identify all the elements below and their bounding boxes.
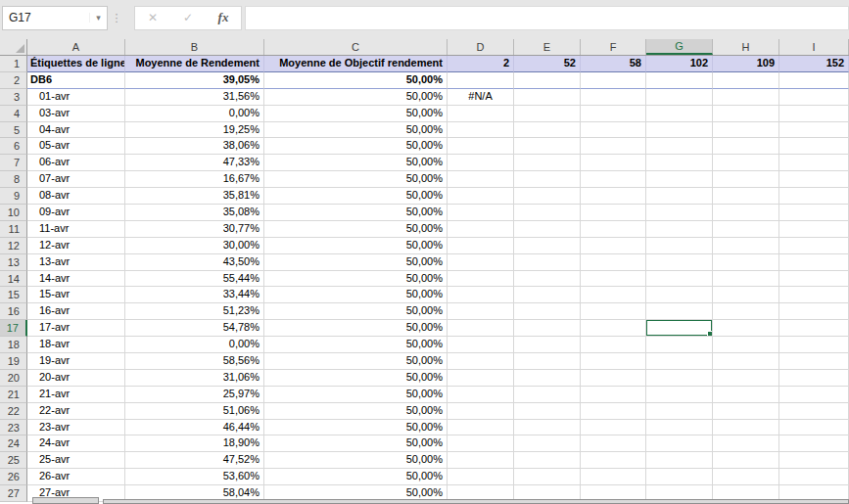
cell-E18[interactable] (514, 337, 581, 353)
cell-C7[interactable]: 50,00% (264, 155, 448, 171)
cell-C21[interactable]: 50,00% (264, 387, 448, 403)
cell-G11[interactable] (646, 221, 713, 238)
cell-E11[interactable] (514, 221, 581, 238)
cell-E21[interactable] (514, 387, 581, 403)
cell-B19[interactable]: 58,56% (125, 353, 264, 370)
name-box-dropdown-icon[interactable]: ▾ (89, 13, 107, 23)
cell-E26[interactable] (514, 469, 581, 485)
cell-A7[interactable]: 06-avr (27, 155, 125, 171)
row-header-14[interactable]: 14 (0, 271, 27, 288)
cell-G3[interactable] (646, 89, 713, 106)
cell-B18[interactable]: 0,00% (125, 337, 264, 353)
cell-A9[interactable]: 08-avr (27, 188, 125, 205)
cell-B1[interactable]: Moyenne de Rendement (125, 56, 264, 72)
cell-D26[interactable] (448, 469, 514, 485)
column-header-H[interactable]: H (713, 39, 779, 55)
row-header-3[interactable]: 3 (0, 89, 27, 106)
cell-B13[interactable]: 43,50% (125, 254, 264, 271)
cell-B17[interactable]: 54,78% (125, 320, 264, 337)
column-header-F[interactable]: F (581, 39, 646, 55)
row-header-24[interactable]: 24 (0, 435, 27, 452)
cell-G21[interactable] (646, 387, 713, 403)
cell-I24[interactable] (779, 435, 849, 452)
cell-D10[interactable] (448, 205, 514, 221)
cell-F1[interactable]: 58 (581, 56, 646, 72)
cell-A23[interactable]: 23-avr (27, 420, 125, 436)
cell-G17[interactable] (646, 320, 713, 337)
cell-F15[interactable] (581, 287, 646, 303)
cell-I11[interactable] (779, 221, 849, 238)
cell-H3[interactable] (713, 89, 779, 106)
row-header-7[interactable]: 7 (0, 155, 27, 171)
cell-E6[interactable] (514, 138, 581, 155)
row-header-26[interactable]: 26 (0, 469, 27, 485)
cell-A1[interactable]: Étiquettes de lignes (27, 56, 125, 72)
cell-I3[interactable] (779, 89, 849, 106)
cell-H6[interactable] (713, 138, 779, 155)
row-header-15[interactable]: 15 (0, 287, 27, 303)
row-header-23[interactable]: 23 (0, 420, 27, 436)
cell-A8[interactable]: 07-avr (27, 171, 125, 188)
cell-A15[interactable]: 15-avr (27, 287, 125, 303)
cell-D6[interactable] (448, 138, 514, 155)
cell-A24[interactable]: 24-avr (27, 435, 125, 452)
row-header-11[interactable]: 11 (0, 221, 27, 238)
cell-D17[interactable] (448, 320, 514, 337)
cell-D14[interactable] (448, 271, 514, 288)
cell-E2[interactable] (514, 72, 581, 89)
cell-I12[interactable] (779, 238, 849, 254)
cell-F6[interactable] (581, 138, 646, 155)
cell-B26[interactable]: 53,60% (125, 469, 264, 485)
row-header-25[interactable]: 25 (0, 452, 27, 469)
cell-B16[interactable]: 51,23% (125, 303, 264, 320)
cell-F22[interactable] (581, 403, 646, 420)
cell-D23[interactable] (448, 420, 514, 436)
cell-B22[interactable]: 51,06% (125, 403, 264, 420)
cell-B10[interactable]: 35,08% (125, 205, 264, 221)
cell-E17[interactable] (514, 320, 581, 337)
cell-C8[interactable]: 50,00% (264, 171, 448, 188)
cell-I2[interactable] (779, 72, 849, 89)
cell-G25[interactable] (646, 452, 713, 469)
row-header-20[interactable]: 20 (0, 370, 27, 387)
cell-I23[interactable] (779, 420, 849, 436)
row-header-17[interactable]: 17 (0, 320, 27, 337)
cell-D5[interactable] (448, 122, 514, 139)
cell-C1[interactable]: Moyenne de Objectif rendement (264, 56, 448, 72)
cell-C12[interactable]: 50,00% (264, 238, 448, 254)
cell-H25[interactable] (713, 452, 779, 469)
cell-E24[interactable] (514, 435, 581, 452)
cell-A2[interactable]: DB6 (27, 72, 125, 89)
cell-D16[interactable] (448, 303, 514, 320)
cell-G1[interactable]: 102 (646, 56, 713, 72)
cell-G2[interactable] (646, 72, 713, 89)
cell-C4[interactable]: 50,00% (264, 106, 448, 122)
cell-A20[interactable]: 20-avr (27, 370, 125, 387)
cell-G24[interactable] (646, 435, 713, 452)
cell-F24[interactable] (581, 435, 646, 452)
cell-A17[interactable]: 17-avr (27, 320, 125, 337)
cell-D19[interactable] (448, 353, 514, 370)
cell-D18[interactable] (448, 337, 514, 353)
cell-C10[interactable]: 50,00% (264, 205, 448, 221)
cell-H22[interactable] (713, 403, 779, 420)
cell-A14[interactable]: 14-avr (27, 271, 125, 288)
cell-C18[interactable]: 50,00% (264, 337, 448, 353)
cell-D22[interactable] (448, 403, 514, 420)
cell-G10[interactable] (646, 205, 713, 221)
row-header-10[interactable]: 10 (0, 205, 27, 221)
cell-F19[interactable] (581, 353, 646, 370)
cell-G8[interactable] (646, 171, 713, 188)
cell-E9[interactable] (514, 188, 581, 205)
cell-H20[interactable] (713, 370, 779, 387)
cell-G23[interactable] (646, 420, 713, 436)
cell-F21[interactable] (581, 387, 646, 403)
cell-H8[interactable] (713, 171, 779, 188)
cell-H14[interactable] (713, 271, 779, 288)
cell-F13[interactable] (581, 254, 646, 271)
column-header-I[interactable]: I (779, 39, 849, 55)
cell-C19[interactable]: 50,00% (264, 353, 448, 370)
cell-D24[interactable] (448, 435, 514, 452)
cell-G9[interactable] (646, 188, 713, 205)
cell-F20[interactable] (581, 370, 646, 387)
